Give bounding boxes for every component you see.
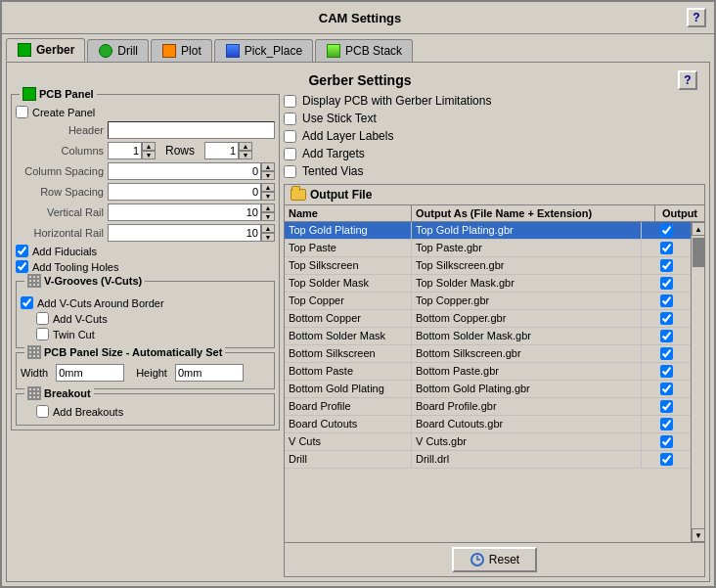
bottom-bar: Reset <box>285 542 704 576</box>
table-row[interactable]: Bottom Gold Plating Bottom Gold Plating.… <box>285 381 691 398</box>
tab-pick-place[interactable]: Pick_Place <box>214 39 313 62</box>
column-spacing-spin-down[interactable]: ▼ <box>261 171 275 180</box>
columns-spin-up[interactable]: ▲ <box>142 142 156 151</box>
table-row[interactable]: Top Solder Mask Top Solder Mask.gbr <box>285 275 691 293</box>
column-spacing-row: Column Spacing ▲ ▼ <box>16 162 275 180</box>
table-row[interactable]: Bottom Solder Mask Bottom Solder Mask.gb… <box>285 328 691 345</box>
table-row[interactable]: Bottom Paste Bottom Paste.gbr <box>285 363 691 381</box>
scrollbar[interactable]: ▲ ▼ <box>691 222 704 542</box>
vertical-rail-spin-up[interactable]: ▲ <box>261 204 275 212</box>
display-pcb-checkbox[interactable] <box>284 95 296 108</box>
use-stick-text-checkbox[interactable] <box>284 113 296 125</box>
cell-output[interactable] <box>642 433 691 450</box>
cell-output[interactable] <box>642 222 691 239</box>
table-row[interactable]: Top Gold Plating Top Gold Plating.gbr <box>285 222 691 240</box>
table-row[interactable]: Board Cutouts Board Cutouts.gbr <box>285 416 691 433</box>
vgrooves-icon <box>27 274 41 288</box>
pcb-panel-group: PCB Panel Create Panel Header Columns <box>11 94 280 430</box>
table-row[interactable]: V Cuts V Cuts.gbr <box>285 433 691 451</box>
column-spacing-input[interactable] <box>108 162 261 180</box>
cell-output[interactable] <box>642 257 691 274</box>
cell-output[interactable] <box>642 275 691 292</box>
cell-output[interactable] <box>642 310 691 327</box>
cell-output[interactable] <box>642 345 691 362</box>
scroll-up-button[interactable]: ▲ <box>692 222 704 236</box>
cell-output[interactable] <box>642 363 691 380</box>
output-checkbox[interactable] <box>660 224 673 237</box>
output-checkbox[interactable] <box>660 330 673 342</box>
vertical-rail-input[interactable] <box>108 204 261 221</box>
row-spacing-input[interactable] <box>108 183 261 201</box>
add-fiducials-checkbox[interactable] <box>16 245 28 257</box>
tab-drill[interactable]: Drill <box>87 39 149 62</box>
tented-vias-checkbox[interactable] <box>284 165 296 178</box>
cell-output[interactable] <box>642 451 691 468</box>
row-spacing-spin-up[interactable]: ▲ <box>261 183 275 192</box>
table-row[interactable]: Bottom Copper Bottom Copper.gbr <box>285 310 691 328</box>
output-checkbox[interactable] <box>660 347 673 360</box>
add-tooling-holes-label: Add Tooling Holes <box>32 261 118 273</box>
table-row[interactable]: Top Silkscreen Top Silkscreen.gbr <box>285 257 691 275</box>
tab-pcb-stack[interactable]: PCB Stack <box>315 39 413 62</box>
tab-pcb-stack-label: PCB Stack <box>345 44 402 58</box>
section-help-button[interactable]: ? <box>678 70 697 90</box>
columns-input[interactable] <box>108 142 142 159</box>
header-input[interactable] <box>108 121 275 139</box>
option-use-stick-text: Use Stick Text <box>284 112 705 125</box>
add-vcuts-checkbox[interactable] <box>36 312 49 325</box>
output-checkbox[interactable] <box>660 242 673 254</box>
add-breakouts-checkbox[interactable] <box>36 405 49 418</box>
width-input[interactable] <box>56 364 124 382</box>
output-checkbox[interactable] <box>660 453 673 466</box>
columns-spin-down[interactable]: ▼ <box>142 151 156 159</box>
cell-output[interactable] <box>642 398 691 415</box>
table-row[interactable]: Board Profile Board Profile.gbr <box>285 398 691 416</box>
pcb-panel-icon <box>22 87 36 101</box>
horizontal-rail-spin-down[interactable]: ▼ <box>261 233 275 242</box>
cell-output[interactable] <box>642 328 691 344</box>
tab-gerber[interactable]: Gerber <box>6 38 85 62</box>
output-checkbox[interactable] <box>660 400 673 413</box>
output-checkbox[interactable] <box>660 365 673 378</box>
vertical-rail-spin-down[interactable]: ▼ <box>261 212 275 221</box>
table-header: Name Output As (File Name + Extension) O… <box>285 205 704 222</box>
column-spacing-spin-up[interactable]: ▲ <box>261 162 275 171</box>
horizontal-rail-label: Horizontal Rail <box>16 227 104 239</box>
height-input[interactable] <box>175 364 244 382</box>
output-checkbox[interactable] <box>660 383 673 395</box>
rows-input[interactable] <box>204 142 239 159</box>
scroll-thumb[interactable] <box>693 238 704 267</box>
pcb-panel-title: PCB Panel <box>20 87 97 101</box>
output-checkbox[interactable] <box>660 294 673 307</box>
cell-output[interactable] <box>642 416 691 432</box>
cell-output[interactable] <box>642 240 691 256</box>
add-targets-checkbox[interactable] <box>284 148 296 160</box>
cell-output-as: Board Profile.gbr <box>412 398 642 415</box>
output-checkbox[interactable] <box>660 277 673 290</box>
th-name: Name <box>285 205 412 221</box>
create-panel-checkbox[interactable] <box>16 106 28 118</box>
output-checkbox[interactable] <box>660 435 673 448</box>
scroll-down-button[interactable]: ▼ <box>692 528 704 542</box>
cell-output[interactable] <box>642 381 691 397</box>
table-row[interactable]: Bottom Silkscreen Bottom Silkscreen.gbr <box>285 345 691 363</box>
rows-spin-down[interactable]: ▼ <box>239 151 252 159</box>
cell-output[interactable] <box>642 293 691 309</box>
horizontal-rail-input[interactable] <box>108 224 261 242</box>
table-row[interactable]: Top Paste Top Paste.gbr <box>285 240 691 257</box>
row-spacing-spin-down[interactable]: ▼ <box>261 192 275 201</box>
reset-button[interactable]: Reset <box>452 547 537 572</box>
output-checkbox[interactable] <box>660 418 673 430</box>
rows-spin-up[interactable]: ▲ <box>239 142 252 151</box>
output-checkbox[interactable] <box>660 259 673 272</box>
horizontal-rail-spin-up[interactable]: ▲ <box>261 224 275 233</box>
twin-cut-checkbox[interactable] <box>36 328 49 340</box>
add-vcuts-border-checkbox[interactable] <box>21 296 33 309</box>
add-tooling-holes-checkbox[interactable] <box>16 260 28 273</box>
add-layer-labels-checkbox[interactable] <box>284 130 296 143</box>
title-help-button[interactable]: ? <box>687 8 706 27</box>
output-checkbox[interactable] <box>660 312 673 325</box>
tab-plot[interactable]: Plot <box>151 39 212 62</box>
table-row[interactable]: Top Copper Top Copper.gbr <box>285 293 691 310</box>
table-row[interactable]: Drill Drill.drl <box>285 451 691 469</box>
